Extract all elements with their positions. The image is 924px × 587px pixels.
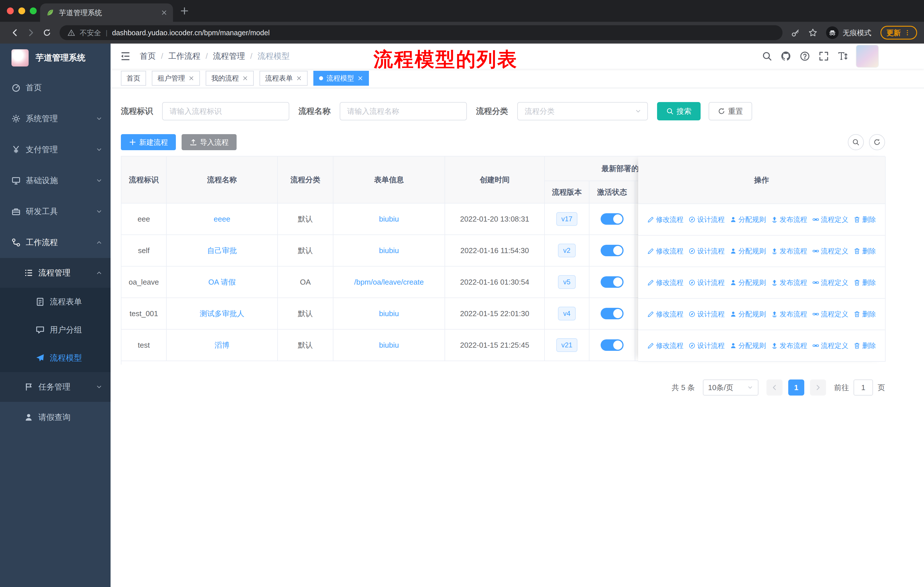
action-design-link[interactable]: 设计流程: [688, 278, 724, 287]
browser-tab[interactable]: 芋道管理系统: [40, 3, 173, 22]
tag-tenant[interactable]: 租户管理: [152, 71, 200, 86]
more-menu-icon[interactable]: [904, 29, 911, 36]
action-assign-link[interactable]: 分配规则: [730, 341, 766, 350]
process-name-link[interactable]: 测试多审批人: [200, 309, 244, 318]
tag-my-process[interactable]: 我的流程: [206, 71, 254, 86]
window-close-button[interactable]: [7, 7, 14, 14]
current-page-button[interactable]: 1: [788, 379, 804, 395]
action-publish-link[interactable]: 发布流程: [771, 309, 807, 319]
address-bar[interactable]: 不安全 | dashboard.yudao.iocoder.cn/bpm/man…: [59, 25, 782, 40]
action-assign-link[interactable]: 分配规则: [730, 246, 766, 256]
toggle-search-button[interactable]: [848, 134, 864, 150]
action-edit-link[interactable]: 修改流程: [647, 309, 683, 319]
browser-back-button[interactable]: [7, 25, 23, 41]
form-info-link[interactable]: biubiu: [379, 246, 399, 255]
sidebar-item-process-form[interactable]: 流程表单: [0, 288, 111, 316]
form-info-link[interactable]: biubiu: [379, 215, 399, 223]
sidebar-item-payment[interactable]: 支付管理: [0, 134, 111, 165]
breadcrumb-item[interactable]: 流程管理: [213, 51, 245, 62]
action-edit-link[interactable]: 修改流程: [647, 215, 683, 224]
sidebar-item-process-model[interactable]: 流程模型: [0, 344, 111, 372]
category-select[interactable]: 流程分类: [517, 102, 648, 121]
help-icon[interactable]: [800, 51, 810, 61]
sidebar-item-home[interactable]: 首页: [0, 72, 111, 103]
action-edit-link[interactable]: 修改流程: [647, 341, 683, 350]
action-definition-link[interactable]: 流程定义: [812, 246, 848, 256]
process-name-input[interactable]: [340, 102, 467, 121]
active-toggle[interactable]: [601, 245, 624, 256]
search-icon[interactable]: [762, 51, 772, 61]
action-delete-link[interactable]: 删除: [853, 215, 876, 224]
action-design-link[interactable]: 设计流程: [688, 246, 724, 256]
sidebar-item-process-management[interactable]: 流程管理: [0, 258, 111, 288]
import-process-button[interactable]: 导入流程: [182, 134, 237, 150]
new-tab-button[interactable]: [180, 6, 189, 15]
tag-home[interactable]: 首页: [121, 71, 146, 86]
github-icon[interactable]: [781, 51, 791, 61]
action-delete-link[interactable]: 删除: [853, 278, 876, 287]
tab-close-icon[interactable]: [161, 10, 167, 16]
action-definition-link[interactable]: 流程定义: [812, 309, 848, 319]
action-definition-link[interactable]: 流程定义: [812, 278, 848, 287]
action-publish-link[interactable]: 发布流程: [771, 278, 807, 287]
reset-button[interactable]: 重置: [709, 102, 752, 121]
page-size-select[interactable]: 10条/页: [703, 379, 759, 395]
tag-process-form[interactable]: 流程表单: [259, 71, 308, 86]
window-zoom-button[interactable]: [30, 7, 37, 14]
sidebar-item-user-group[interactable]: 用户分组: [0, 316, 111, 344]
action-design-link[interactable]: 设计流程: [688, 309, 724, 319]
goto-page-input[interactable]: [853, 379, 873, 395]
action-definition-link[interactable]: 流程定义: [812, 215, 848, 224]
action-delete-link[interactable]: 删除: [853, 341, 876, 350]
fullscreen-icon[interactable]: [818, 51, 829, 61]
process-name-link[interactable]: 滔博: [214, 341, 229, 349]
sidebar-item-task-management[interactable]: 任务管理: [0, 372, 111, 402]
action-design-link[interactable]: 设计流程: [688, 215, 724, 224]
form-info-link[interactable]: biubiu: [379, 309, 399, 318]
active-toggle[interactable]: [601, 308, 624, 319]
sidebar-item-infrastructure[interactable]: 基础设施: [0, 165, 111, 196]
action-delete-link[interactable]: 删除: [853, 309, 876, 319]
user-avatar[interactable]: [856, 45, 878, 67]
search-button[interactable]: 搜索: [657, 102, 701, 121]
next-page-button[interactable]: [810, 379, 826, 395]
action-assign-link[interactable]: 分配规则: [730, 215, 766, 224]
process-name-link[interactable]: eeee: [214, 215, 230, 223]
chrome-update-button[interactable]: 更新: [881, 26, 917, 40]
action-publish-link[interactable]: 发布流程: [771, 341, 807, 350]
font-size-icon[interactable]: [838, 51, 848, 61]
form-info-link[interactable]: /bpm/oa/leave/create: [354, 278, 424, 286]
create-process-button[interactable]: 新建流程: [121, 134, 176, 150]
action-edit-link[interactable]: 修改流程: [647, 278, 683, 287]
action-delete-link[interactable]: 删除: [853, 246, 876, 256]
window-minimize-button[interactable]: [18, 7, 25, 14]
security-label[interactable]: 不安全: [80, 28, 101, 38]
breadcrumb-item[interactable]: 工作流程: [168, 51, 201, 62]
close-icon[interactable]: [188, 75, 194, 81]
refresh-table-button[interactable]: [869, 134, 885, 150]
sidebar-item-workflow[interactable]: 工作流程: [0, 227, 111, 258]
prev-page-button[interactable]: [766, 379, 782, 395]
close-icon[interactable]: [296, 75, 302, 81]
breadcrumb-item[interactable]: 首页: [140, 51, 156, 62]
action-publish-link[interactable]: 发布流程: [771, 215, 807, 224]
sidebar-item-leave-query[interactable]: 请假查询: [0, 402, 111, 433]
action-design-link[interactable]: 设计流程: [688, 341, 724, 350]
browser-forward-button[interactable]: [23, 25, 39, 41]
sidebar-item-system[interactable]: 系统管理: [0, 103, 111, 134]
incognito-indicator[interactable]: 无痕模式: [826, 26, 871, 39]
bookmark-star-icon[interactable]: [808, 28, 817, 37]
close-icon[interactable]: [358, 75, 363, 81]
tag-process-model-active[interactable]: 流程模型: [314, 71, 369, 86]
sidebar-item-devtools[interactable]: 研发工具: [0, 196, 111, 227]
close-icon[interactable]: [242, 75, 248, 81]
sidebar-logo[interactable]: 芋道管理系统: [0, 43, 111, 72]
action-definition-link[interactable]: 流程定义: [812, 341, 848, 350]
process-key-input[interactable]: [162, 102, 289, 121]
password-key-icon[interactable]: [791, 28, 800, 37]
action-assign-link[interactable]: 分配规则: [730, 309, 766, 319]
browser-reload-button[interactable]: [39, 25, 55, 41]
form-info-link[interactable]: biubiu: [379, 341, 399, 349]
action-assign-link[interactable]: 分配规则: [730, 278, 766, 287]
sidebar-fold-icon[interactable]: [120, 50, 131, 62]
